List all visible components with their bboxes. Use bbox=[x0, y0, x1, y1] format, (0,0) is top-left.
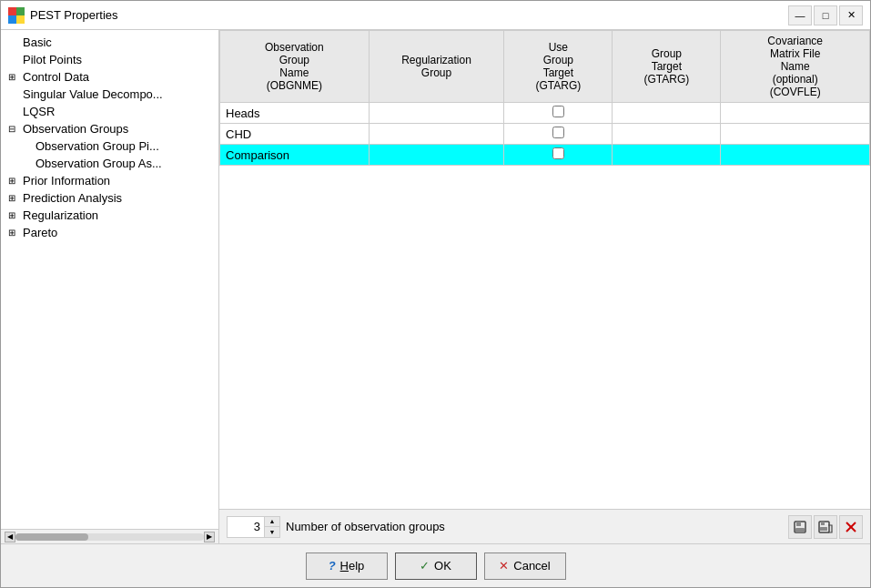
col-header-use-group-target: UseGroupTarget(GTARG) bbox=[504, 31, 613, 103]
sidebar-item-observation-groups[interactable]: ⊟ Observation Groups bbox=[1, 120, 218, 137]
num-groups-label: Number of observation groups bbox=[286, 520, 783, 533]
sidebar-item-singular-value-label: Singular Value Decompo... bbox=[23, 87, 163, 101]
delete-icon-button[interactable] bbox=[839, 515, 863, 539]
sidebar-item-basic[interactable]: Basic bbox=[1, 34, 218, 51]
save2-icon-button[interactable] bbox=[814, 515, 837, 539]
observation-groups-table: ObservationGroupName(OBGNME) Regularizat… bbox=[219, 30, 870, 166]
cell-comparison-regularization bbox=[369, 145, 504, 166]
scroll-thumb[interactable] bbox=[15, 533, 88, 541]
table-row: CHD bbox=[220, 124, 870, 145]
checkbox-chd-use-group-target[interactable] bbox=[552, 127, 564, 138]
minimize-button[interactable]: — bbox=[788, 5, 812, 25]
num-groups-input-group: 3 ▲ ▼ bbox=[227, 516, 280, 538]
scroll-left-arrow[interactable]: ◀ bbox=[5, 532, 15, 542]
expand-icon-prior-info: ⊞ bbox=[8, 176, 19, 186]
close-button[interactable]: ✕ bbox=[839, 5, 863, 25]
cell-heads-use-group-target bbox=[504, 103, 613, 124]
svg-rect-6 bbox=[795, 528, 805, 532]
window: PEST Properties — □ ✕ Basic Pilot Points bbox=[0, 0, 871, 588]
expand-icon-control-data: ⊞ bbox=[8, 72, 19, 82]
expand-icon-pareto: ⊞ bbox=[8, 228, 19, 238]
sidebar-item-observation-groups-label: Observation Groups bbox=[23, 122, 128, 136]
sidebar-item-pareto[interactable]: ⊞ Pareto bbox=[1, 224, 218, 241]
sidebar-tree: Basic Pilot Points ⊞ Control Data Singul… bbox=[1, 30, 218, 529]
sidebar-item-control-data[interactable]: ⊞ Control Data bbox=[1, 68, 218, 86]
svg-rect-1 bbox=[16, 7, 25, 15]
table-row: Heads bbox=[220, 103, 870, 124]
cancel-icon: ✕ bbox=[499, 559, 509, 573]
checkbox-heads-use-group-target[interactable] bbox=[552, 106, 564, 117]
save-icon-button[interactable] bbox=[788, 515, 812, 539]
sidebar-item-pilot-points[interactable]: Pilot Points bbox=[1, 51, 218, 68]
save-icon bbox=[793, 520, 807, 534]
sidebar-item-lqsr-label: LQSR bbox=[23, 105, 55, 118]
svg-rect-8 bbox=[821, 522, 825, 525]
cancel-label: Cancel bbox=[513, 559, 550, 573]
sidebar-item-prior-information[interactable]: ⊞ Prior Information bbox=[1, 172, 218, 189]
col-header-obgnme: ObservationGroupName(OBGNME) bbox=[220, 31, 370, 103]
sidebar-horizontal-scrollbar[interactable]: ◀ ▶ bbox=[1, 529, 218, 543]
svg-rect-0 bbox=[8, 7, 16, 15]
cell-heads-name: Heads bbox=[220, 103, 370, 124]
sidebar-item-basic-label: Basic bbox=[23, 35, 52, 49]
help-button[interactable]: ? Help bbox=[306, 553, 388, 580]
cell-chd-name: CHD bbox=[220, 124, 370, 145]
sidebar-item-prior-information-label: Prior Information bbox=[23, 174, 110, 188]
sidebar-item-regularization[interactable]: ⊞ Regularization bbox=[1, 207, 218, 224]
bottom-bar: 3 ▲ ▼ Number of observation groups bbox=[219, 509, 870, 543]
help-label: Help bbox=[340, 559, 365, 573]
app-icon bbox=[8, 7, 25, 24]
window-title: PEST Properties bbox=[30, 8, 118, 22]
cell-heads-regularization bbox=[369, 103, 504, 124]
sidebar-item-obs-group-pi[interactable]: Observation Group Pi... bbox=[1, 137, 218, 155]
cell-heads-covariance bbox=[721, 103, 870, 124]
main-content: Basic Pilot Points ⊞ Control Data Singul… bbox=[1, 30, 870, 543]
svg-rect-3 bbox=[16, 15, 25, 24]
col-header-group-target: GroupTarget(GTARG) bbox=[613, 31, 721, 103]
footer: ? Help ✓ OK ✕ Cancel bbox=[1, 543, 870, 587]
ok-icon: ✓ bbox=[420, 559, 430, 573]
sidebar-item-pilot-points-label: Pilot Points bbox=[23, 53, 82, 66]
cell-comparison-group-target bbox=[613, 145, 721, 166]
cell-chd-use-group-target bbox=[504, 124, 613, 145]
spin-down-button[interactable]: ▼ bbox=[265, 527, 279, 537]
table-area: ObservationGroupName(OBGNME) Regularizat… bbox=[219, 30, 870, 509]
sidebar-item-regularization-label: Regularization bbox=[23, 208, 98, 222]
cell-chd-covariance bbox=[721, 124, 870, 145]
scroll-track bbox=[15, 533, 204, 541]
expand-icon-prediction: ⊞ bbox=[8, 193, 19, 203]
num-groups-input[interactable]: 3 bbox=[228, 518, 264, 535]
cell-comparison-covariance bbox=[721, 145, 870, 166]
sidebar-item-singular-value[interactable]: Singular Value Decompo... bbox=[1, 86, 218, 103]
sidebar: Basic Pilot Points ⊞ Control Data Singul… bbox=[1, 30, 219, 543]
help-icon: ? bbox=[329, 559, 336, 573]
expand-icon-obs-groups: ⊟ bbox=[8, 124, 19, 134]
svg-rect-2 bbox=[8, 15, 16, 24]
table-row: Comparison bbox=[220, 145, 870, 166]
cell-comparison-use-group-target bbox=[504, 145, 613, 166]
main-panel: ObservationGroupName(OBGNME) Regularizat… bbox=[219, 30, 870, 543]
sidebar-item-prediction-analysis-label: Prediction Analysis bbox=[23, 191, 122, 205]
sidebar-item-obs-group-as-label: Observation Group As... bbox=[35, 157, 162, 170]
save2-icon bbox=[818, 520, 833, 534]
cell-comparison-name: Comparison bbox=[220, 145, 370, 166]
sidebar-item-lqsr[interactable]: LQSR bbox=[1, 103, 218, 120]
maximize-button[interactable]: □ bbox=[814, 5, 837, 25]
sidebar-item-pareto-label: Pareto bbox=[23, 226, 57, 239]
ok-button[interactable]: ✓ OK bbox=[395, 553, 477, 580]
delete-icon bbox=[845, 521, 857, 533]
sidebar-item-obs-group-pi-label: Observation Group Pi... bbox=[35, 139, 159, 153]
cancel-button[interactable]: ✕ Cancel bbox=[484, 553, 566, 580]
sidebar-item-obs-group-as[interactable]: Observation Group As... bbox=[1, 155, 218, 172]
cell-heads-group-target bbox=[613, 103, 721, 124]
spin-up-button[interactable]: ▲ bbox=[265, 517, 279, 527]
svg-rect-5 bbox=[796, 522, 801, 526]
svg-rect-9 bbox=[820, 527, 827, 531]
sidebar-item-control-data-label: Control Data bbox=[23, 70, 89, 84]
scroll-right-arrow[interactable]: ▶ bbox=[204, 532, 215, 542]
checkbox-comparison-use-group-target[interactable] bbox=[552, 147, 564, 159]
col-header-regularization: RegularizationGroup bbox=[369, 31, 504, 103]
sidebar-item-prediction-analysis[interactable]: ⊞ Prediction Analysis bbox=[1, 189, 218, 207]
cell-chd-regularization bbox=[369, 124, 504, 145]
cell-chd-group-target bbox=[613, 124, 721, 145]
